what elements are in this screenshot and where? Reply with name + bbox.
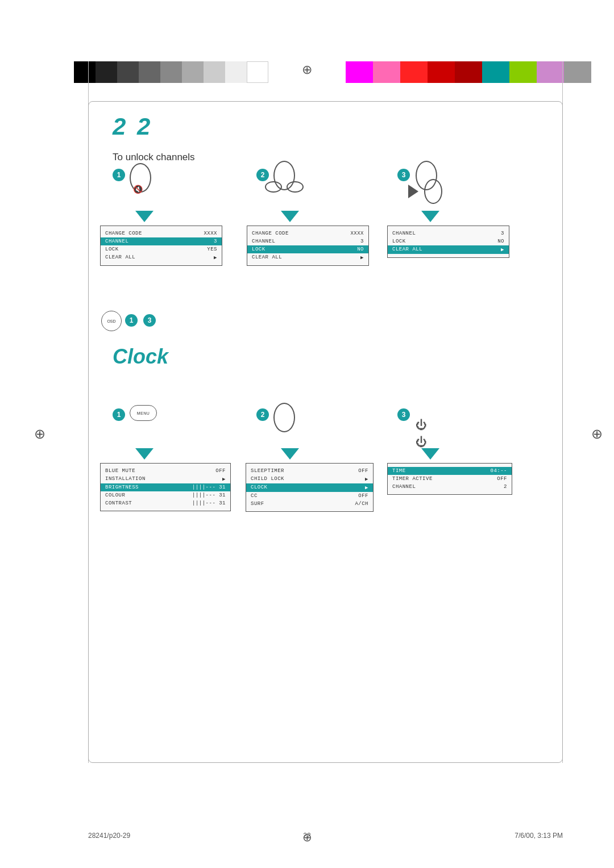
cs1-value-colour: ||||--- 31 bbox=[192, 493, 226, 498]
crosshair-right: ⊕ bbox=[591, 426, 603, 442]
color-lavender bbox=[537, 61, 564, 83]
osd-button[interactable]: OSD bbox=[101, 311, 122, 331]
cs1-label-bluemute: BLUE MUTE bbox=[105, 468, 135, 474]
crosshair-left: ⊕ bbox=[34, 426, 45, 442]
grayscale-bar bbox=[74, 61, 268, 83]
s3-value-clearall: ▶ bbox=[501, 247, 504, 253]
power-icon-2: ⏻ bbox=[416, 436, 427, 449]
crosshair-bottom: ⊕ bbox=[302, 831, 312, 844]
clock-arrow-1 bbox=[135, 448, 154, 460]
remote-nav-right bbox=[287, 181, 304, 193]
cs1-row-brightness: BRIGHTNESS ||||--- 31 bbox=[101, 483, 230, 491]
gray-5 bbox=[160, 61, 182, 83]
value-channel: 3 bbox=[214, 239, 217, 244]
cs1-value-contrast: ||||--- 31 bbox=[192, 500, 226, 506]
clock-step2-circle: 2 bbox=[256, 408, 269, 421]
screen-box-1: CHANGE CODE XXXX CHANNEL 3 LOCK YES CLEA… bbox=[100, 226, 222, 266]
screen-box-2: CHANGE CODE XXXX CHANNEL 3 LOCK NO CLEAR… bbox=[247, 226, 369, 266]
s2-label-changecode: CHANGE CODE bbox=[252, 231, 289, 236]
s3-value-lock: NO bbox=[497, 239, 504, 244]
arrow-down-2 bbox=[281, 211, 299, 222]
cs1-label-installation: INSTALLATION bbox=[105, 476, 146, 482]
cs2-label-cc: CC bbox=[251, 493, 258, 499]
cs1-row-colour: COLOUR ||||--- 31 bbox=[101, 491, 230, 499]
color-bar-right bbox=[346, 61, 591, 83]
remote-oval-c2 bbox=[273, 403, 295, 432]
gray-9 bbox=[247, 61, 268, 83]
menu-button[interactable]: MENU bbox=[130, 405, 157, 421]
cs1-label-brightness: BRIGHTNESS bbox=[105, 485, 139, 490]
color-teal bbox=[482, 61, 509, 83]
cs3-value-time: 04:-- bbox=[490, 468, 507, 474]
arrow-down-3 bbox=[421, 211, 439, 222]
cs2-value-cc: OFF bbox=[358, 493, 368, 499]
s2-value-channel: 3 bbox=[360, 239, 364, 244]
s3-value-channel: 3 bbox=[501, 231, 504, 236]
cs3-value-channel: 2 bbox=[504, 484, 507, 490]
remote-nav-left bbox=[265, 181, 282, 193]
gray-3 bbox=[117, 61, 139, 83]
screen3-row-clearall: CLEAR ALL ▶ bbox=[388, 245, 509, 254]
s2-label-channel: CHANNEL bbox=[252, 239, 275, 244]
gray-7 bbox=[204, 61, 225, 83]
screen-row-channel: CHANNEL 3 bbox=[101, 237, 222, 245]
screen2-row-channel: CHANNEL 3 bbox=[247, 237, 368, 245]
cs2-label-clock: CLOCK bbox=[251, 485, 268, 491]
cs3-label-timeractive: TIMER ACTIVE bbox=[392, 476, 433, 482]
s2-label-lock: LOCK bbox=[252, 247, 265, 252]
screen3-row-lock: LOCK NO bbox=[388, 237, 509, 245]
unlock-step2-circle: 2 bbox=[256, 169, 269, 181]
play-triangle bbox=[408, 185, 418, 198]
s2-label-clearall: CLEAR ALL bbox=[252, 254, 282, 261]
color-green bbox=[509, 61, 537, 83]
cs2-row-childlock: CHILD LOCK ▶ bbox=[246, 475, 373, 483]
cs2-row-sleeptimer: SLEEPTIMER OFF bbox=[246, 467, 373, 475]
footer-left: 28241/p20-29 bbox=[88, 832, 130, 840]
color-red1 bbox=[400, 61, 428, 83]
osd-label: OSD bbox=[107, 319, 115, 323]
cs1-row-bluemute: BLUE MUTE OFF bbox=[101, 467, 230, 475]
cs2-label-sleeptimer: SLEEPTIMER bbox=[251, 468, 284, 474]
s2-value-clearall: ▶ bbox=[360, 254, 364, 261]
clock-screen-box-2: SLEEPTIMER OFF CHILD LOCK ▶ CLOCK ▶ CC O… bbox=[246, 463, 374, 512]
unlock-step3-circle: 3 bbox=[397, 169, 410, 181]
clock-screen-box-3: TIME 04:-- TIMER ACTIVE OFF CHANNEL 2 bbox=[387, 463, 512, 495]
cs3-row-timeractive: TIMER ACTIVE OFF bbox=[388, 475, 512, 483]
cs2-row-clock: CLOCK ▶ bbox=[246, 483, 373, 492]
label-changecode: CHANGE CODE bbox=[105, 231, 142, 236]
cs2-value-sleeptimer: OFF bbox=[358, 468, 368, 474]
cs3-label-time: TIME bbox=[392, 468, 406, 474]
cs2-label-surf: SURF bbox=[251, 501, 264, 507]
value-clearall: ▶ bbox=[214, 254, 217, 261]
gray-8 bbox=[225, 61, 247, 83]
cs3-label-channel: CHANNEL bbox=[392, 484, 416, 490]
clock-step3-circle: 3 bbox=[397, 408, 410, 421]
cs1-value-installation: ▶ bbox=[222, 476, 226, 482]
cs1-row-installation: INSTALLATION ▶ bbox=[101, 475, 230, 483]
cs1-value-brightness: ||||--- 31 bbox=[192, 485, 226, 490]
screen-row-lock: LOCK YES bbox=[101, 245, 222, 253]
arrow-down-1 bbox=[135, 211, 154, 222]
page-number: 2 2 bbox=[113, 113, 152, 140]
gray-1 bbox=[74, 61, 96, 83]
label-channel: CHANNEL bbox=[105, 239, 128, 244]
color-gray bbox=[564, 61, 591, 83]
crosshair-top: ⊕ bbox=[302, 62, 312, 77]
cs3-row-time: TIME 04:-- bbox=[388, 467, 512, 475]
label-clearall: CLEAR ALL bbox=[105, 254, 135, 261]
screen-box-3: CHANNEL 3 LOCK NO CLEAR ALL ▶ bbox=[387, 226, 509, 258]
screen2-row-clearall: CLEAR ALL ▶ bbox=[247, 253, 368, 262]
unlock-title: To unlock channels bbox=[113, 152, 195, 163]
gray-2 bbox=[96, 61, 117, 83]
gray-4 bbox=[139, 61, 160, 83]
s2-value-lock: NO bbox=[357, 247, 364, 252]
cs1-label-contrast: CONTRAST bbox=[105, 500, 132, 506]
clock-arrow-2 bbox=[281, 448, 299, 460]
cs3-value-timeractive: OFF bbox=[497, 476, 507, 482]
s2-value-changecode: XXXX bbox=[350, 231, 364, 236]
footer-right: 7/6/00, 3:13 PM bbox=[515, 832, 563, 840]
screen2-row-lock: LOCK NO bbox=[247, 245, 368, 253]
screen3-row-channel: CHANNEL 3 bbox=[388, 229, 509, 237]
screen2-row-changecode: CHANGE CODE XXXX bbox=[247, 229, 368, 237]
color-pink bbox=[373, 61, 400, 83]
